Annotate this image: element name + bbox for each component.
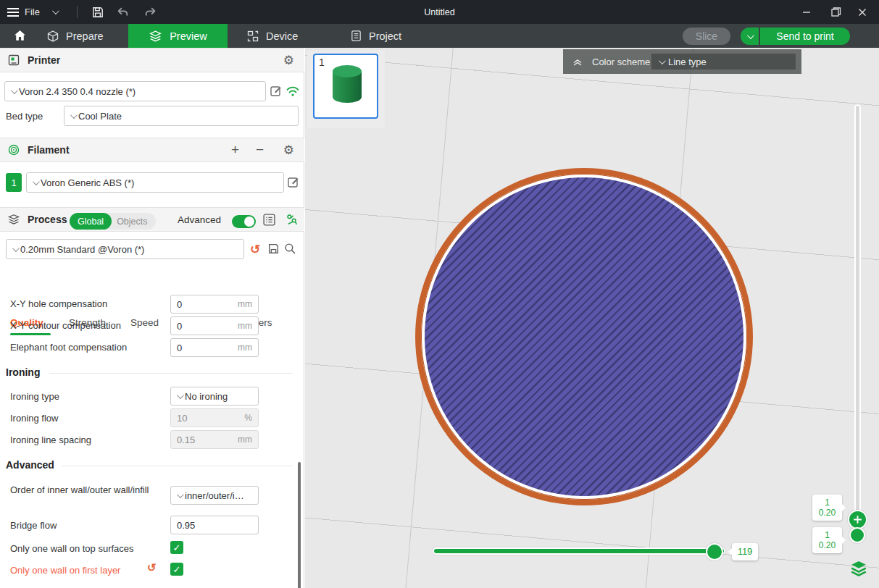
send-to-print-button[interactable]: Send to print	[760, 28, 850, 45]
wall-order-value: inner/outer/i…	[185, 490, 244, 501]
first-layer-one-wall-label: Only one wall on first layer	[10, 565, 120, 576]
ironing-type-value: No ironing	[185, 391, 228, 402]
filament-preset-select[interactable]: Voron Generic ABS (*)	[26, 172, 284, 193]
layer-slider-add-handle[interactable]	[848, 510, 867, 529]
ironing-spacing-value: 0.15	[177, 434, 195, 445]
param-input[interactable]: 0 mm	[170, 295, 259, 314]
move-slider-handle[interactable]	[706, 543, 723, 560]
tab-preview-label: Preview	[170, 30, 207, 42]
title-bar: File Untitled	[0, 0, 879, 24]
sidebar-scrollbar[interactable]	[298, 462, 301, 588]
edit-filament-icon[interactable]	[287, 176, 300, 189]
top-one-wall-checkbox[interactable]: ✓	[170, 541, 183, 554]
top-one-wall-label: Only one wall on top surfaces	[10, 543, 134, 554]
maximize-button[interactable]	[821, 0, 850, 24]
close-icon	[857, 7, 867, 17]
add-filament-button[interactable]: +	[231, 142, 239, 158]
wall-order-label: Order of inner wall/outer wall/infill	[10, 484, 155, 497]
first-layer-toolpath	[415, 168, 753, 505]
advanced-toggle[interactable]	[232, 215, 256, 228]
ironing-flow-input: 10 %	[170, 408, 259, 427]
plate-thumbnail[interactable]: 1	[313, 54, 378, 119]
printer-settings-gear-icon[interactable]: ⚙	[283, 54, 294, 67]
layer-slider-lower-handle[interactable]	[849, 527, 865, 543]
bridge-flow-label: Bridge flow	[10, 520, 57, 531]
chevron-down-icon	[12, 245, 20, 252]
chevron-down-icon	[659, 57, 666, 64]
move-slider-track[interactable]	[433, 547, 725, 555]
main-tab-bar: Prepare Preview Device Project Slice Sen…	[0, 24, 879, 48]
tab-project-label: Project	[369, 30, 401, 42]
minimize-button[interactable]	[792, 0, 821, 24]
chevron-down-icon	[177, 392, 184, 399]
ironing-flow-value: 10	[177, 413, 187, 424]
search-preset-icon[interactable]	[284, 243, 296, 255]
bed-type-select[interactable]: Cool Plate	[64, 106, 299, 126]
line-type-select[interactable]: Line type	[651, 54, 796, 70]
infill-lines	[425, 177, 743, 496]
home-tab[interactable]	[9, 24, 30, 48]
param-input[interactable]: 0 mm	[170, 338, 259, 357]
minimize-icon	[801, 7, 812, 17]
bed-type-label: Bed type	[6, 111, 43, 122]
param-value: 0	[177, 299, 182, 310]
reset-first-layer-one-wall-icon[interactable]: ↺	[147, 561, 157, 574]
close-button[interactable]	[848, 0, 877, 24]
group-divider	[62, 466, 293, 466]
scope-objects-button[interactable]: Objects	[112, 217, 155, 227]
wifi-connected-icon[interactable]	[286, 85, 300, 97]
settings-sidebar: Printer ⚙ Voron 2.4 350 0.4 nozzle (*) B…	[0, 48, 304, 588]
tab-device[interactable]: Device	[246, 24, 298, 48]
ironing-group-title: Ironing	[6, 366, 40, 378]
first-layer-one-wall-checkbox[interactable]: ✓	[170, 563, 183, 576]
tab-prepare[interactable]: Prepare	[46, 24, 104, 48]
prepare-cube-icon	[46, 30, 59, 43]
remove-filament-button[interactable]: −	[256, 142, 264, 158]
slice-button[interactable]: Slice	[683, 28, 730, 45]
layer-slider-track[interactable]	[854, 104, 861, 524]
filament-settings-gear-icon[interactable]: ⚙	[283, 144, 294, 156]
collapse-double-chevron-icon[interactable]	[572, 56, 583, 67]
printer-preset-select[interactable]: Voron 2.4 350 0.4 nozzle (*)	[4, 81, 266, 101]
filament-slot-badge[interactable]: 1	[6, 173, 22, 192]
send-dropdown-button[interactable]	[741, 28, 759, 45]
param-value: 0	[177, 343, 182, 353]
param-unit: mm	[238, 299, 252, 309]
bridge-flow-input[interactable]: 0.95	[170, 516, 259, 534]
wall-order-select[interactable]: inner/outer/i…	[170, 486, 259, 505]
reset-preset-icon[interactable]: ↺	[250, 242, 260, 257]
filament-section-header: Filament + − ⚙	[0, 138, 304, 162]
printer-preset-value: Voron 2.4 350 0.4 nozzle (*)	[19, 86, 136, 97]
color-scheme-bar: Color scheme Line type	[563, 49, 801, 74]
process-tab-speed[interactable]: Speed	[130, 317, 159, 328]
preview-layers-icon	[149, 29, 162, 43]
save-preset-icon[interactable]	[267, 243, 280, 255]
param-input[interactable]: 0 mm	[170, 316, 259, 335]
ironing-type-select[interactable]: No ironing	[170, 387, 259, 406]
tune-parameters-icon[interactable]	[285, 213, 299, 227]
process-preset-select[interactable]: 0.20mm Standard @Voron (*)	[6, 239, 244, 259]
scope-global-button[interactable]: Global	[70, 213, 112, 230]
preview-viewport[interactable]: 1 Color scheme Line type 1 0.20 1 0.20	[305, 48, 879, 588]
line-type-value: Line type	[668, 56, 707, 67]
app-window: File Untitled Prepare	[0, 0, 879, 588]
send-to-print-label: Send to print	[776, 30, 833, 42]
printer-icon	[7, 54, 20, 67]
filament-spool-icon	[7, 143, 20, 156]
move-slider-value: 119	[738, 547, 753, 557]
layer-lower-tooltip: 1 0.20	[812, 527, 842, 553]
plate-number: 1	[319, 56, 325, 68]
tab-project[interactable]: Project	[350, 24, 401, 48]
param-label: X-Y hole compensation	[10, 298, 107, 309]
printer-section-header: Printer ⚙	[0, 48, 304, 72]
layers-view-icon[interactable]	[849, 558, 869, 578]
edit-printer-icon[interactable]	[270, 85, 283, 98]
advanced-toggle-label: Advanced	[178, 214, 221, 225]
parameter-list-icon[interactable]	[262, 213, 276, 227]
group-divider	[49, 373, 293, 374]
tab-preview[interactable]: Preview	[128, 24, 228, 48]
param-label: Elephant foot compensation	[10, 342, 127, 353]
model-cylinder-top	[333, 65, 362, 77]
slice-button-label: Slice	[696, 30, 717, 42]
param-unit: mm	[238, 321, 252, 331]
